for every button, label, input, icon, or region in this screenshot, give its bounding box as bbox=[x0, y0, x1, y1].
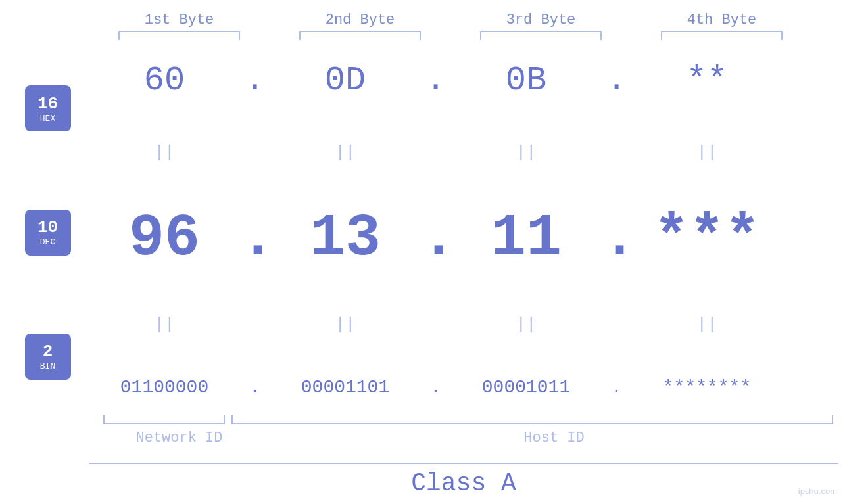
badge-hex: 16 HEX bbox=[25, 85, 71, 131]
hex-b2: 0D bbox=[270, 61, 421, 100]
bin-row: 01100000 . 00001101 . 00001011 . *******… bbox=[89, 377, 838, 398]
host-bracket bbox=[231, 415, 833, 424]
dec-dot3: . bbox=[602, 205, 631, 272]
bracket4 bbox=[631, 31, 812, 40]
network-id-label: Network ID bbox=[89, 430, 270, 446]
dec-row: 96 . 13 . 11 . *** bbox=[89, 205, 838, 272]
badge-hex-label: HEX bbox=[40, 114, 55, 124]
byte3-label: 3rd Byte bbox=[450, 12, 631, 28]
badge-dec-label: DEC bbox=[40, 237, 55, 247]
eq2-b3: || bbox=[450, 315, 602, 334]
byte4-label: 4th Byte bbox=[631, 12, 812, 28]
bracket4-line bbox=[661, 31, 783, 40]
eq2-b4: || bbox=[631, 315, 783, 334]
dec-b1: 96 bbox=[89, 205, 240, 272]
bracket1-line bbox=[118, 31, 240, 40]
bottom-labels-section: Network ID Host ID bbox=[89, 415, 838, 446]
eq-row2: || || || || bbox=[89, 315, 838, 334]
hex-dot2: . bbox=[421, 61, 450, 100]
badge-bin-num: 2 bbox=[43, 342, 53, 361]
class-bracket-line bbox=[89, 463, 838, 464]
badge-bin: 2 BIN bbox=[25, 334, 71, 380]
bin-b4: ******** bbox=[631, 377, 783, 398]
bracket2-line bbox=[299, 31, 421, 40]
hex-b4: ** bbox=[631, 61, 783, 100]
main-container: 1st Byte 2nd Byte 3rd Byte 4th Byte 16 H… bbox=[0, 0, 845, 504]
watermark: ipshu.com bbox=[798, 486, 837, 496]
eq1-b4: || bbox=[631, 143, 783, 162]
dec-dot1: . bbox=[240, 205, 270, 272]
id-labels-row: Network ID Host ID bbox=[89, 430, 838, 446]
hex-dot3: . bbox=[602, 61, 631, 100]
eq2-b1: || bbox=[89, 315, 240, 334]
badges-column: 16 HEX 10 DEC 2 BIN bbox=[0, 40, 89, 504]
eq-row1: || || || || bbox=[89, 143, 838, 162]
eq1-b1: || bbox=[89, 143, 240, 162]
class-label: Class A bbox=[89, 469, 838, 497]
host-id-label: Host ID bbox=[270, 430, 838, 446]
bin-b1: 01100000 bbox=[89, 377, 240, 398]
eq1-b2: || bbox=[270, 143, 421, 162]
class-section: Class A bbox=[89, 463, 838, 497]
bin-dot2: . bbox=[421, 377, 450, 398]
dec-dot2: . bbox=[421, 205, 450, 272]
bin-b2: 00001101 bbox=[270, 377, 421, 398]
badge-dec-num: 10 bbox=[37, 218, 58, 237]
network-bracket bbox=[103, 415, 225, 424]
badge-hex-num: 16 bbox=[37, 94, 58, 114]
bracket2 bbox=[270, 31, 450, 40]
byte2-label: 2nd Byte bbox=[270, 12, 450, 28]
bottom-brackets bbox=[89, 415, 838, 424]
dec-b4: *** bbox=[631, 205, 783, 272]
bracket3 bbox=[450, 31, 631, 40]
hex-dot1: . bbox=[240, 61, 270, 100]
bracket1 bbox=[89, 31, 270, 40]
byte-labels-row: 1st Byte 2nd Byte 3rd Byte 4th Byte bbox=[0, 0, 845, 28]
byte1-label: 1st Byte bbox=[89, 12, 270, 28]
eq2-b2: || bbox=[270, 315, 421, 334]
hex-b3: 0B bbox=[450, 61, 602, 100]
bin-b3: 00001011 bbox=[450, 377, 602, 398]
eq1-b3: || bbox=[450, 143, 602, 162]
bracket3-line bbox=[480, 31, 602, 40]
bin-dot1: . bbox=[240, 377, 270, 398]
badge-dec: 10 DEC bbox=[25, 210, 71, 256]
dec-b3: 11 bbox=[450, 205, 602, 272]
bin-dot3: . bbox=[602, 377, 631, 398]
hex-b1: 60 bbox=[89, 61, 240, 100]
hex-row: 60 . 0D . 0B . ** bbox=[89, 61, 838, 100]
dec-b2: 13 bbox=[270, 205, 421, 272]
badge-bin-label: BIN bbox=[40, 361, 55, 371]
top-brackets bbox=[0, 31, 845, 40]
